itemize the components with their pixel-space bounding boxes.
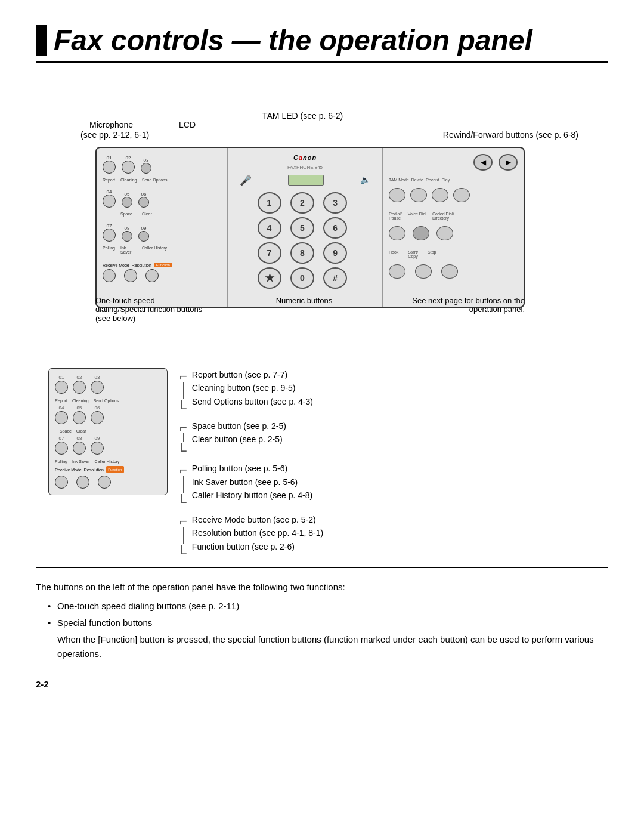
bottom-label-left: One-touch speed dialing/Special function…: [95, 296, 203, 323]
delete-btn: [410, 188, 427, 202]
detail-annotations: ⌐ L Report button (see p. 7-7) Cleaning …: [179, 368, 596, 555]
start-stop-labels: Hook Start/Copy Stop: [389, 250, 518, 258]
annotation-text-2: Space button (see p. 2-5) Clear button (…: [192, 419, 286, 446]
fax-left-panel: 01 02 03 Report: [97, 148, 228, 307]
mini-fax-illustration: 01 02 03 Report Cleaning Send Options 04: [48, 368, 168, 495]
see-pp-label: (see pp. 2-12, 6-1): [80, 130, 149, 140]
mini-resolution-btn: [76, 476, 89, 489]
annotation-group-1: ⌐ L Report button (see p. 7-7) Cleaning …: [179, 368, 596, 411]
tam-mode-labels: TAM Mode Delete Record Play: [389, 178, 518, 182]
lcd-screen: [288, 175, 324, 186]
resolution-btn: [124, 269, 137, 282]
intro-text: The buttons on the left of the operation…: [36, 580, 608, 594]
bracket-2: ⌐ L: [179, 422, 187, 454]
title-text: Fax controls — the operation panel: [54, 24, 532, 57]
row2-labels: Space Clear: [103, 212, 221, 216]
redial-btn: [389, 226, 405, 240]
annotation-text-3: Polling button (see p. 5-6) Ink Saver bu…: [192, 462, 312, 502]
diagram-section: Microphone LCD (see pp. 2-12, 6-1) TAM L…: [36, 81, 608, 338]
fax-right-panel: ◀ ▶ TAM Mode Delete Record Play: [383, 148, 524, 307]
record-btn: [432, 188, 448, 202]
annotation-group-4: ⌐ L Receive Mode button (see p. 5-2) Res…: [179, 513, 596, 556]
mini-func-buttons: [55, 476, 161, 489]
key-8: 8: [290, 242, 314, 264]
bracket-1: ⌐ L: [179, 371, 187, 411]
rewind-btn: ◀: [473, 154, 493, 171]
key-1: 1: [258, 192, 281, 214]
speaker-icon: 🔈: [360, 175, 370, 186]
start-stop-buttons: [389, 264, 518, 279]
bracket-4: ⌐ L: [179, 516, 187, 556]
mini-row-2: 04 05 06: [55, 405, 161, 424]
bullet-item-1: One-touch speed dialing buttons (see p. …: [48, 599, 608, 613]
key-6: 6: [323, 217, 347, 239]
bullet-list: One-touch speed dialing buttons (see p. …: [48, 599, 608, 630]
row1-labels: Report Cleaning Send Options: [103, 178, 221, 182]
body-note: When the [Function] button is pressed, t…: [57, 632, 608, 661]
mini-labels-3: Polling Ink Saver Caller History: [55, 459, 161, 464]
lcd-label: LCD: [179, 120, 196, 129]
annotation-group-2: ⌐ L Space button (see p. 2-5) Clear butt…: [179, 419, 596, 454]
mini-labels-1: Report Cleaning Send Options: [55, 399, 161, 403]
tam-buttons: [389, 188, 518, 202]
top-icons: 🎤 🔈: [234, 175, 376, 186]
receive-mode-btn: [103, 269, 116, 282]
bracket-3: ⌐ L: [179, 464, 187, 505]
bullet-item-2: Special function buttons: [48, 616, 608, 630]
speed-btn-03: 03: [141, 158, 151, 174]
bottom-diagram-labels: One-touch speed dialing/Special function…: [95, 296, 525, 323]
mini-labels-2: Space Clear: [55, 429, 161, 433]
play-btn: [453, 188, 470, 202]
canon-logo: Canon: [293, 154, 317, 161]
page-title: Fax controls — the operation panel: [36, 24, 608, 63]
key-9: 9: [323, 242, 347, 264]
title-accent-bar: [36, 25, 47, 56]
function-row: Receive Mode Resolution Function: [103, 263, 221, 282]
mic-icon: 🎤: [240, 175, 252, 186]
redial-buttons: [389, 226, 518, 240]
annotation-text-4: Receive Mode button (see p. 5-2) Resolut…: [192, 513, 323, 553]
microphone-label: Microphone: [89, 120, 133, 129]
bottom-label-center: Numeric buttons: [276, 296, 333, 305]
voice-dial-btn: [413, 226, 429, 240]
bottom-label-right: See next page for buttons on the operati…: [405, 296, 525, 314]
speed-btn-09: 09: [138, 226, 149, 242]
function-btn: [145, 269, 159, 282]
page-number: 2-2: [36, 679, 608, 689]
start-copy-btn: [415, 264, 432, 279]
tam-mode-btn: [389, 188, 405, 202]
faxphone-label: FAXPHONE 845: [287, 165, 323, 170]
fax-center-panel: Canon FAXPHONE 845 🎤 🔈 1 2 3 4: [228, 148, 383, 307]
tam-led-label: TAM LED (see p. 6-2): [262, 111, 343, 121]
key-hash: #: [323, 267, 347, 289]
mini-row-3: 07 08 09: [55, 436, 161, 455]
hook-btn: [389, 264, 405, 279]
fax-machine-illustration: 01 02 03 Report: [95, 147, 525, 308]
annotation-group-3: ⌐ L Polling button (see p. 5-6) Ink Save…: [179, 462, 596, 505]
mini-function-btn: [98, 476, 111, 489]
fax-body: 01 02 03 Report: [95, 147, 525, 308]
speed-btn-06: 06: [138, 192, 149, 208]
numpad: 1 2 3 4 5 6 7 8 9 ★ 0 #: [258, 192, 353, 289]
coded-dial-btn: [436, 226, 453, 240]
body-section: The buttons on the left of the operation…: [36, 580, 608, 661]
rewind-forward-buttons: ◀ ▶: [389, 154, 518, 171]
speed-btn-02: 02: [122, 155, 135, 174]
speed-btn-07: 07: [103, 223, 116, 242]
speed-btn-05: 05: [122, 192, 132, 208]
forward-btn: ▶: [499, 154, 518, 171]
speed-btn-01: 01: [103, 155, 116, 174]
mini-row-1: 01 02 03: [55, 375, 161, 394]
annotation-text-1: Report button (see p. 7-7) Cleaning butt…: [192, 368, 313, 408]
detail-box: 01 02 03 Report Cleaning Send Options 04: [36, 356, 608, 568]
key-5: 5: [290, 217, 314, 239]
row3-labels: Polling Ink Saver Caller History: [103, 246, 221, 254]
key-2: 2: [290, 192, 314, 214]
rewind-label: Rewind/Forward buttons (see p. 6-8): [443, 130, 578, 140]
key-7: 7: [258, 242, 281, 264]
key-3: 3: [323, 192, 347, 214]
mini-receive-mode-btn: [55, 476, 68, 489]
key-star: ★: [258, 267, 281, 289]
speed-btn-04: 04: [103, 189, 116, 208]
mini-func-row-label: Receive Mode Resolution Function: [55, 466, 161, 473]
